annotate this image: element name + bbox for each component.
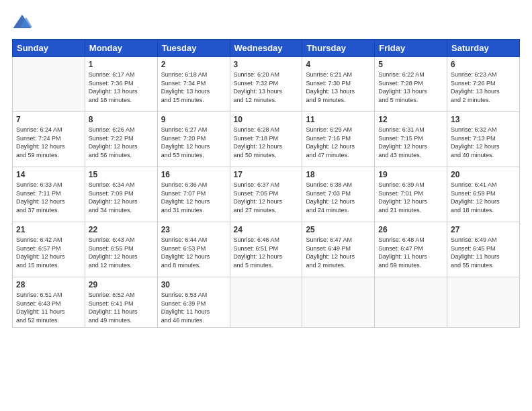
calendar-cell: 3Sunrise: 6:20 AM Sunset: 7:32 PM Daylig… (230, 57, 302, 112)
calendar-week-2: 7Sunrise: 6:24 AM Sunset: 7:24 PM Daylig… (13, 112, 520, 167)
day-info: Sunrise: 6:52 AM Sunset: 6:41 PM Dayligh… (89, 291, 154, 324)
day-info: Sunrise: 6:28 AM Sunset: 7:18 PM Dayligh… (234, 126, 299, 159)
day-info: Sunrise: 6:37 AM Sunset: 7:05 PM Dayligh… (234, 181, 299, 214)
calendar-cell: 23Sunrise: 6:44 AM Sunset: 6:53 PM Dayli… (157, 222, 230, 277)
calendar-week-4: 21Sunrise: 6:42 AM Sunset: 6:57 PM Dayli… (13, 222, 520, 277)
day-info: Sunrise: 6:53 AM Sunset: 6:39 PM Dayligh… (161, 291, 226, 324)
calendar-cell: 19Sunrise: 6:39 AM Sunset: 7:01 PM Dayli… (375, 167, 447, 222)
day-info: Sunrise: 6:48 AM Sunset: 6:47 PM Dayligh… (378, 236, 443, 269)
calendar-cell: 8Sunrise: 6:26 AM Sunset: 7:22 PM Daylig… (85, 112, 157, 167)
logo-icon (12, 12, 32, 32)
day-number: 23 (161, 225, 226, 234)
day-number: 17 (234, 170, 299, 179)
day-number: 1 (89, 60, 154, 69)
day-number: 4 (306, 60, 371, 69)
day-number: 16 (161, 170, 226, 179)
calendar-cell: 25Sunrise: 6:47 AM Sunset: 6:49 PM Dayli… (302, 222, 375, 277)
calendar-cell: 29Sunrise: 6:52 AM Sunset: 6:41 PM Dayli… (85, 277, 157, 328)
day-info: Sunrise: 6:31 AM Sunset: 7:15 PM Dayligh… (378, 126, 443, 159)
day-info: Sunrise: 6:47 AM Sunset: 6:49 PM Dayligh… (306, 236, 371, 269)
calendar-cell (13, 57, 85, 112)
calendar-cell: 24Sunrise: 6:46 AM Sunset: 6:51 PM Dayli… (230, 222, 302, 277)
day-number: 30 (161, 280, 226, 289)
calendar-cell: 12Sunrise: 6:31 AM Sunset: 7:15 PM Dayli… (375, 112, 447, 167)
day-info: Sunrise: 6:44 AM Sunset: 6:53 PM Dayligh… (161, 236, 226, 269)
calendar-cell: 1Sunrise: 6:17 AM Sunset: 7:36 PM Daylig… (85, 57, 157, 112)
day-number: 2 (161, 60, 226, 69)
day-number: 6 (451, 60, 516, 69)
calendar-week-3: 14Sunrise: 6:33 AM Sunset: 7:11 PM Dayli… (13, 167, 520, 222)
day-info: Sunrise: 6:18 AM Sunset: 7:34 PM Dayligh… (161, 71, 226, 104)
day-number: 22 (89, 225, 154, 234)
calendar-cell (375, 277, 447, 328)
day-info: Sunrise: 6:21 AM Sunset: 7:30 PM Dayligh… (306, 71, 371, 104)
calendar-cell: 11Sunrise: 6:29 AM Sunset: 7:16 PM Dayli… (302, 112, 375, 167)
day-info: Sunrise: 6:39 AM Sunset: 7:01 PM Dayligh… (378, 181, 443, 214)
day-number: 19 (378, 170, 443, 179)
calendar-cell (302, 277, 375, 328)
day-number: 7 (16, 115, 81, 124)
day-number: 5 (378, 60, 443, 69)
calendar-cell: 16Sunrise: 6:36 AM Sunset: 7:07 PM Dayli… (157, 167, 230, 222)
calendar-week-1: 1Sunrise: 6:17 AM Sunset: 7:36 PM Daylig… (13, 57, 520, 112)
weekday-header-thursday: Thursday (302, 40, 375, 57)
day-number: 18 (306, 170, 371, 179)
day-number: 24 (234, 225, 299, 234)
logo (12, 12, 35, 32)
weekday-header-wednesday: Wednesday (230, 40, 302, 57)
day-number: 29 (89, 280, 154, 289)
day-info: Sunrise: 6:17 AM Sunset: 7:36 PM Dayligh… (89, 71, 154, 104)
day-info: Sunrise: 6:34 AM Sunset: 7:09 PM Dayligh… (89, 181, 154, 214)
calendar-cell: 7Sunrise: 6:24 AM Sunset: 7:24 PM Daylig… (13, 112, 85, 167)
day-info: Sunrise: 6:20 AM Sunset: 7:32 PM Dayligh… (234, 71, 299, 104)
day-number: 25 (306, 225, 371, 234)
weekday-header-tuesday: Tuesday (157, 40, 230, 57)
calendar-cell: 28Sunrise: 6:51 AM Sunset: 6:43 PM Dayli… (13, 277, 85, 328)
day-info: Sunrise: 6:24 AM Sunset: 7:24 PM Dayligh… (16, 126, 81, 159)
day-info: Sunrise: 6:29 AM Sunset: 7:16 PM Dayligh… (306, 126, 371, 159)
calendar-cell: 5Sunrise: 6:22 AM Sunset: 7:28 PM Daylig… (375, 57, 447, 112)
calendar-cell: 30Sunrise: 6:53 AM Sunset: 6:39 PM Dayli… (157, 277, 230, 328)
calendar-cell: 26Sunrise: 6:48 AM Sunset: 6:47 PM Dayli… (375, 222, 447, 277)
calendar-cell: 18Sunrise: 6:38 AM Sunset: 7:03 PM Dayli… (302, 167, 375, 222)
day-number: 21 (16, 225, 81, 234)
day-number: 10 (234, 115, 299, 124)
calendar-table: SundayMondayTuesdayWednesdayThursdayFrid… (12, 39, 520, 328)
calendar-cell (230, 277, 302, 328)
page-header (12, 12, 520, 32)
calendar-cell: 15Sunrise: 6:34 AM Sunset: 7:09 PM Dayli… (85, 167, 157, 222)
calendar-cell: 9Sunrise: 6:27 AM Sunset: 7:20 PM Daylig… (157, 112, 230, 167)
calendar-header-row: SundayMondayTuesdayWednesdayThursdayFrid… (13, 40, 520, 57)
day-info: Sunrise: 6:51 AM Sunset: 6:43 PM Dayligh… (16, 291, 81, 324)
day-number: 3 (234, 60, 299, 69)
calendar-cell (447, 277, 520, 328)
day-number: 20 (451, 170, 516, 179)
calendar-cell: 13Sunrise: 6:32 AM Sunset: 7:13 PM Dayli… (447, 112, 520, 167)
day-number: 15 (89, 170, 154, 179)
calendar-cell: 14Sunrise: 6:33 AM Sunset: 7:11 PM Dayli… (13, 167, 85, 222)
day-number: 27 (451, 225, 516, 234)
day-info: Sunrise: 6:41 AM Sunset: 6:59 PM Dayligh… (451, 181, 516, 214)
calendar-cell: 21Sunrise: 6:42 AM Sunset: 6:57 PM Dayli… (13, 222, 85, 277)
calendar-cell: 4Sunrise: 6:21 AM Sunset: 7:30 PM Daylig… (302, 57, 375, 112)
calendar-week-5: 28Sunrise: 6:51 AM Sunset: 6:43 PM Dayli… (13, 277, 520, 328)
day-info: Sunrise: 6:42 AM Sunset: 6:57 PM Dayligh… (16, 236, 81, 269)
calendar-cell: 17Sunrise: 6:37 AM Sunset: 7:05 PM Dayli… (230, 167, 302, 222)
day-info: Sunrise: 6:32 AM Sunset: 7:13 PM Dayligh… (451, 126, 516, 159)
weekday-header-monday: Monday (85, 40, 157, 57)
day-info: Sunrise: 6:26 AM Sunset: 7:22 PM Dayligh… (89, 126, 154, 159)
day-info: Sunrise: 6:23 AM Sunset: 7:26 PM Dayligh… (451, 71, 516, 104)
day-info: Sunrise: 6:38 AM Sunset: 7:03 PM Dayligh… (306, 181, 371, 214)
calendar-cell: 10Sunrise: 6:28 AM Sunset: 7:18 PM Dayli… (230, 112, 302, 167)
day-number: 8 (89, 115, 154, 124)
day-number: 12 (378, 115, 443, 124)
calendar-cell: 2Sunrise: 6:18 AM Sunset: 7:34 PM Daylig… (157, 57, 230, 112)
weekday-header-saturday: Saturday (447, 40, 520, 57)
day-number: 9 (161, 115, 226, 124)
day-info: Sunrise: 6:49 AM Sunset: 6:45 PM Dayligh… (451, 236, 516, 269)
day-number: 14 (16, 170, 81, 179)
day-info: Sunrise: 6:36 AM Sunset: 7:07 PM Dayligh… (161, 181, 226, 214)
calendar-cell: 27Sunrise: 6:49 AM Sunset: 6:45 PM Dayli… (447, 222, 520, 277)
day-info: Sunrise: 6:33 AM Sunset: 7:11 PM Dayligh… (16, 181, 81, 214)
day-number: 28 (16, 280, 81, 289)
